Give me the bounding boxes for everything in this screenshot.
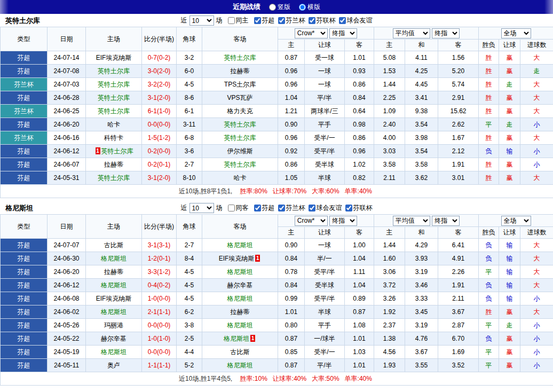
bookmaker-select[interactable]: Crow*	[295, 216, 328, 226]
final-index-select-2[interactable]: 终指	[432, 28, 460, 38]
match-score-link[interactable]: 0-4(0-2)	[142, 279, 177, 292]
final-index-select-2[interactable]: 终指	[432, 216, 460, 226]
home-team-link[interactable]: 玛丽港	[104, 322, 123, 329]
average-select[interactable]: 平均值	[393, 28, 430, 38]
same-venue-checkbox[interactable]	[228, 205, 235, 211]
match-score-link[interactable]: 0-2(0-0)	[142, 145, 177, 158]
match-score-link[interactable]: 1-0(1-0)	[142, 332, 177, 346]
match-score-link[interactable]: 0-7(0-2)	[142, 51, 177, 65]
league-checkbox[interactable]	[254, 205, 261, 211]
league-filter[interactable]: 芬超	[251, 203, 275, 213]
match-score-link[interactable]: 0-0(0-0)	[142, 118, 177, 131]
same-venue-checkbox[interactable]	[228, 17, 235, 24]
home-team-link[interactable]: 格尼斯坦	[101, 281, 127, 289]
away-team-link[interactable]: 拉赫蒂	[231, 67, 250, 75]
home-team-link[interactable]: 古比斯	[104, 241, 123, 249]
same-venue-filter[interactable]: 同客	[225, 203, 249, 213]
home-team-link[interactable]: 格尼斯坦	[101, 348, 127, 356]
home-team-link[interactable]: 奥卢	[107, 362, 120, 369]
league-checkbox[interactable]	[339, 17, 346, 24]
match-row: 芬超24-05-11奥卢1-1(1-1)5-2格尼斯坦0.87平/半1.011.…	[1, 359, 553, 372]
league-filter[interactable]: 球会友谊	[305, 203, 342, 213]
match-score-link[interactable]: 3-1(2-0)	[142, 171, 177, 185]
home-team-link[interactable]: 格尼斯坦	[101, 308, 127, 316]
home-team-link[interactable]: EIF埃克纳斯	[96, 295, 132, 302]
league-checkbox[interactable]	[309, 17, 315, 24]
games-count-select[interactable]: 10	[189, 15, 214, 26]
home-team-link[interactable]: 哈卡	[107, 121, 120, 128]
away-team-link[interactable]: 赫尔辛基	[227, 281, 253, 289]
same-venue-filter[interactable]: 同主	[225, 16, 249, 25]
games-count-select[interactable]: 10	[189, 203, 214, 213]
away-team-link[interactable]: 格尼斯坦	[227, 322, 253, 329]
match-score-link[interactable]: 1-5(1-2)	[142, 131, 177, 145]
league-filter[interactable]: 芬兰杯	[275, 16, 305, 25]
home-team-link[interactable]: 科特卡	[104, 134, 123, 142]
league-filter[interactable]: 芬超	[251, 16, 275, 25]
home-team-link[interactable]: 英特土尔库	[98, 107, 130, 115]
home-team-cell: 格尼斯坦	[86, 279, 142, 292]
away-team-link[interactable]: 格尼斯坦	[227, 295, 253, 302]
away-team-link[interactable]: 拉赫蒂	[231, 308, 250, 316]
match-score-link[interactable]: 1-0(0-0)	[142, 292, 177, 305]
match-score-link[interactable]: 0-2(0-1)	[142, 158, 177, 171]
match-score-link[interactable]: 2-1(1-1)	[142, 305, 177, 319]
average-select[interactable]: 平均值	[393, 216, 430, 226]
league-checkbox[interactable]	[309, 205, 315, 211]
home-team-link[interactable]: 英特土尔库	[101, 147, 133, 155]
away-team-link[interactable]: 格尼斯坦	[227, 362, 253, 369]
away-team-link[interactable]: 英特土尔库	[224, 54, 256, 61]
home-team-link[interactable]: 英特土尔库	[98, 174, 130, 182]
radio-vertical[interactable]	[269, 4, 276, 11]
home-team-link[interactable]: 拉赫蒂	[104, 161, 123, 168]
away-team-link[interactable]: 古比斯	[231, 348, 250, 356]
match-score-link[interactable]: 0-0(0-0)	[142, 346, 177, 359]
match-score-link[interactable]: 3-2(2-0)	[142, 78, 177, 91]
home-team-link[interactable]: 英特土尔库	[98, 67, 130, 75]
league-filter[interactable]: 芬联杯	[342, 203, 373, 213]
home-team-link[interactable]: 赫尔辛基	[101, 335, 127, 342]
match-score-link[interactable]: 3-1(2-0)	[142, 91, 177, 105]
league-checkbox[interactable]	[345, 205, 352, 211]
league-checkbox[interactable]	[278, 17, 285, 24]
league-checkbox[interactable]	[254, 17, 261, 24]
home-team-link[interactable]: 英特土尔库	[98, 94, 130, 101]
match-score-link[interactable]: 1-1(1-1)	[142, 359, 177, 372]
away-team-link[interactable]: 格尼斯坦	[227, 241, 253, 249]
result-overunder: 大	[520, 105, 553, 118]
away-team-link[interactable]: 英特土尔库	[224, 134, 256, 142]
home-team-link[interactable]: EIF埃克纳斯	[96, 54, 132, 61]
league-checkbox[interactable]	[278, 205, 285, 211]
rate-stat: 胜率:10%	[240, 375, 267, 382]
final-index-select[interactable]: 终指	[329, 28, 357, 38]
away-team-link[interactable]: 格尼斯坦	[224, 335, 249, 342]
away-team-link[interactable]: TPS土尔库	[224, 81, 256, 88]
match-score-link[interactable]: 3-3(1-2)	[142, 265, 177, 279]
home-team-link[interactable]: 英特土尔库	[98, 81, 130, 88]
away-team-link[interactable]: 格力夫克	[227, 107, 253, 115]
league-filter[interactable]: 球会友谊	[336, 16, 373, 25]
layout-option-horizontal[interactable]: 横版	[299, 3, 320, 12]
match-score-link[interactable]: 1-2(0-1)	[142, 252, 177, 265]
match-score-link[interactable]: 0-0(0-0)	[142, 319, 177, 332]
final-index-select[interactable]: 终指	[329, 216, 357, 226]
away-team-link[interactable]: EIF埃克纳斯	[219, 255, 255, 262]
away-team-link[interactable]: 英特土尔库	[224, 161, 256, 168]
full-match-select[interactable]: 全场	[501, 28, 531, 38]
match-score-link[interactable]: 3-1(3-1)	[142, 239, 177, 252]
away-team-link[interactable]: 格尼斯坦	[227, 268, 253, 276]
match-score-link[interactable]: 6-1(1-0)	[142, 105, 177, 118]
away-team-link[interactable]: 伊尔维斯	[227, 147, 253, 155]
league-filter[interactable]: 芬联杯	[305, 16, 336, 25]
home-team-link[interactable]: 格尼斯坦	[101, 255, 127, 262]
league-filter[interactable]: 芬兰杯	[275, 203, 305, 213]
radio-horizontal[interactable]	[299, 4, 306, 11]
away-team-link[interactable]: VPS瓦萨	[227, 94, 252, 101]
match-score-link[interactable]: 3-0(2-0)	[142, 65, 177, 78]
full-match-select[interactable]: 全场	[501, 216, 531, 226]
layout-option-vertical[interactable]: 竖版	[269, 3, 290, 12]
away-team-link[interactable]: 哈卡	[234, 174, 247, 182]
bookmaker-select[interactable]: Crow*	[295, 28, 328, 38]
away-team-link[interactable]: 英特土尔库	[224, 121, 256, 128]
home-team-link[interactable]: 拉赫蒂	[104, 268, 123, 276]
